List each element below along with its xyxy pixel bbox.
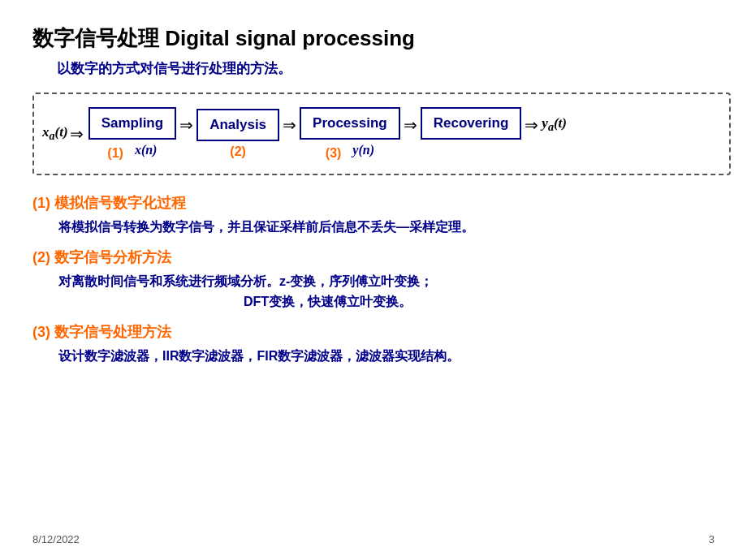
processing-box: Processing (300, 107, 400, 140)
sampling-number: (1) (107, 146, 123, 161)
section-3-title: (3) 数字信号处理方法 (32, 322, 715, 342)
footer-page: 3 (709, 533, 715, 545)
analysis-number: (2) (230, 144, 246, 158)
section-1-text: 将模拟信号转换为数字信号，并且保证采样前后信息不丢失—采样定理。 (58, 217, 715, 238)
block-analysis: Analysis (2) (196, 109, 279, 159)
processing-sublabel: y(n) (352, 143, 374, 161)
block-processing: Processing (3) y(n) (300, 107, 400, 161)
section-1-title: (1) 模拟信号数字化过程 (32, 193, 715, 213)
recovering-box: Recovering (421, 107, 522, 140)
section-2: (2) 数字信号分析方法 对离散时间信号和系统进行频域分析。z-变换，序列傅立叶… (32, 248, 715, 312)
block-sampling: Sampling (1) x(n) (89, 107, 177, 161)
sampling-labels: (1) x(n) (107, 143, 157, 161)
section-3: (3) 数字信号处理方法 设计数字滤波器，IIR数字滤波器，FIR数字滤波器，滤… (32, 322, 715, 367)
arrow-2: ⇒ (283, 115, 296, 135)
arrow-in: ⇒ (70, 124, 84, 144)
diagram-row: xa(t) ⇒ Sampling (1) x(n) ⇒ Analysis (2)… (42, 107, 713, 161)
section-1: (1) 模拟信号数字化过程 将模拟信号转换为数字信号，并且保证采样前后信息不丢失… (32, 193, 715, 238)
analysis-box: Analysis (196, 109, 279, 141)
processing-labels: (3) y(n) (326, 143, 374, 161)
section-3-text: 设计数字滤波器，IIR数字滤波器，FIR数字滤波器，滤波器实现结构。 (58, 346, 715, 367)
arrow-3: ⇒ (404, 115, 417, 135)
section-2-title: (2) 数字信号分析方法 (32, 248, 715, 267)
section-2-text: 对离散时间信号和系统进行频域分析。z-变换，序列傅立叶变换； (58, 271, 715, 292)
analysis-labels: (2) (230, 144, 246, 159)
processing-number: (3) (326, 146, 342, 161)
input-signal: xa(t) (42, 124, 68, 143)
arrow-1: ⇒ (179, 115, 193, 135)
output-signal: ya(t) (542, 115, 567, 134)
footer-date: 8/12/2022 (32, 533, 80, 545)
footer: 8/12/2022 3 (32, 533, 715, 545)
subtitle: 以数字的方式对信号进行处理的方法。 (57, 59, 715, 78)
page-title: 数字信号处理 Digital signal processing (32, 24, 715, 53)
sampling-sublabel: x(n) (135, 143, 158, 161)
sampling-box: Sampling (89, 107, 177, 140)
diagram-container: xa(t) ⇒ Sampling (1) x(n) ⇒ Analysis (2)… (32, 93, 731, 175)
block-recovering: Recovering (421, 107, 522, 161)
section-2-indent: DFT变换，快速傅立叶变换。 (244, 291, 715, 312)
arrow-out: ⇒ (525, 115, 538, 135)
